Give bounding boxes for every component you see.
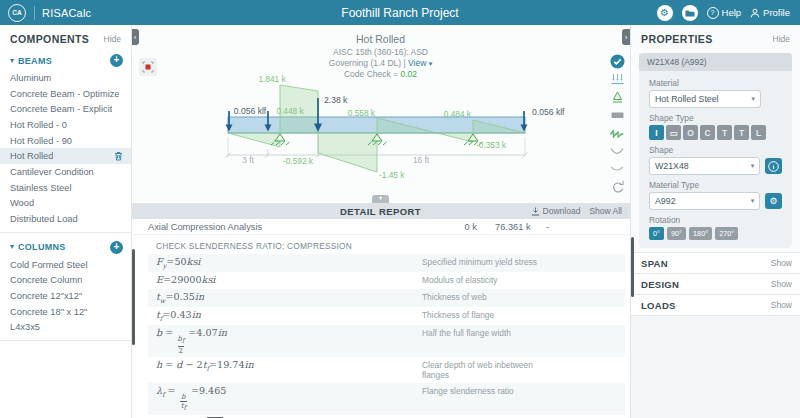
logo-divider — [34, 6, 35, 20]
point-load-label: 2.38 k — [324, 95, 348, 105]
sidebar-item-beam[interactable]: Wood — [0, 196, 131, 212]
sidebar-item-beam[interactable]: Hot Rolled — [0, 148, 131, 164]
sidebar-item-label: Concrete Beam - Optimize — [10, 89, 120, 99]
sidebar-item-beam[interactable]: Hot Rolled - 0 — [0, 117, 131, 133]
sidebar-item-column[interactable]: Concrete 12"x12" — [0, 288, 131, 304]
collapse-right-panel-tab[interactable]: › — [622, 29, 630, 45]
properties-panel-empty-area — [631, 316, 800, 418]
loads-view-button[interactable] — [607, 71, 627, 87]
sidebar-item-column[interactable]: Cold Formed Steel — [0, 257, 131, 273]
analysis-summary-row[interactable]: Axial Compression Analysis 0 k 76.361 k … — [131, 219, 630, 235]
rotation-button[interactable]: 0° — [649, 227, 664, 240]
material-type-select[interactable]: A992 ▾ — [649, 192, 760, 210]
shear-value-label: 0.448 k — [276, 106, 304, 116]
sidebar-item-beam[interactable]: Hot Rolled - 90 — [0, 133, 131, 149]
collapse-left-panel-tab[interactable]: ‹ — [131, 29, 139, 45]
sidebar-item-label: Concrete Column — [10, 275, 82, 285]
properties-scrollbar[interactable] — [631, 237, 634, 297]
rotate-view-button[interactable] — [607, 179, 627, 195]
sidebar-item-column[interactable]: Concrete Column — [0, 273, 131, 289]
profile-icon — [750, 8, 760, 18]
sidebar-item-beam[interactable]: Distributed Load — [0, 211, 131, 227]
trash-icon[interactable] — [114, 151, 123, 161]
show-link[interactable]: Show — [771, 279, 792, 289]
beams-section-header[interactable]: ▾ BEAMS + — [0, 51, 131, 70]
moment-diagram-button[interactable] — [607, 143, 627, 159]
formula-reference — [546, 256, 625, 257]
beam-view-button[interactable] — [607, 107, 627, 123]
report-collapse-button[interactable]: ▾ — [372, 195, 389, 203]
shape-type-button[interactable]: L — [751, 125, 766, 140]
beam-rect-icon — [610, 109, 625, 121]
beam-item-list: Aluminum Concrete Beam - Optimize Concre… — [0, 70, 131, 227]
supports-view-button[interactable] — [607, 89, 627, 105]
components-hide-link[interactable]: Hide — [104, 34, 121, 44]
formula-row: λr = 0.56√EFy =13.487 Limiting width to … — [148, 415, 625, 418]
material-select[interactable]: Hot Rolled Steel ▾ — [649, 90, 761, 108]
help-button[interactable]: ? Help — [707, 7, 742, 19]
columns-section-header[interactable]: ▾ COLUMNS + — [0, 238, 131, 257]
formula-reference — [546, 309, 625, 310]
formula-description: Thickness of web — [422, 291, 546, 303]
add-column-button[interactable]: + — [110, 241, 123, 254]
shape-type-button[interactable]: T — [717, 125, 732, 140]
sidebar-item-beam[interactable]: Cantilever Condition — [0, 164, 131, 180]
shape-type-button[interactable]: I — [649, 125, 664, 140]
property-section-row[interactable]: DESIGN Show — [631, 274, 800, 295]
property-section-row[interactable]: LOADS Show — [631, 295, 800, 316]
formula-row: b = bf2 =4.07in Half the full flange wid… — [148, 325, 625, 357]
sidebar-item-beam[interactable]: Stainless Steel — [0, 180, 131, 196]
show-link[interactable]: Show — [771, 258, 792, 268]
sidebar-item-label: Concrete 18" x 12" — [10, 307, 87, 317]
shape-type-button[interactable]: T — [734, 125, 749, 140]
dimension-label: 3 ft — [242, 155, 254, 165]
shear-diagram-button[interactable] — [607, 125, 627, 141]
settings-button[interactable]: ⚙ — [657, 5, 673, 21]
section-header: CHECK SLENDERNESS RATIO: COMPRESSION — [148, 237, 625, 254]
formula-row: tw=0.35in Thickness of web — [148, 289, 625, 307]
sidebar-item-beam[interactable]: Concrete Beam - Explicit — [0, 101, 131, 117]
formula-row: tf=0.43in Thickness of flange — [148, 307, 625, 325]
rotation-label: Rotation — [649, 215, 782, 225]
sidebar-item-beam[interactable]: Aluminum — [0, 70, 131, 86]
shape-type-button[interactable]: C — [700, 125, 715, 140]
chevron-down-icon: ▾ — [10, 57, 14, 65]
app-logo: CA — [8, 4, 26, 22]
shear-value-label: 0.558 k — [348, 108, 376, 118]
shape-select[interactable]: W21X48 ▾ — [649, 157, 760, 175]
rotation-button[interactable]: 270° — [715, 227, 738, 240]
sidebar-item-label: L4x3x5 — [10, 322, 40, 332]
formula-table: Fy=50ksi Specified minimum yield stress … — [148, 254, 625, 418]
check-circle-icon — [610, 54, 625, 69]
sidebar-item-label: Concrete 12"x12" — [10, 291, 82, 301]
deflection-diagram-icon — [609, 164, 625, 174]
profile-button[interactable]: Profile — [750, 7, 790, 18]
shape-info-button[interactable] — [765, 158, 782, 174]
analysis-demand: 0 k — [449, 222, 477, 232]
formula-description: Modulus of elasticity — [422, 274, 546, 286]
rotation-button[interactable]: 90° — [667, 227, 686, 240]
app-logo-text: CA — [12, 9, 21, 16]
sidebar-item-column[interactable]: Concrete 18" x 12" — [0, 304, 131, 320]
download-button[interactable]: Download — [531, 206, 581, 216]
sidebar-item-column[interactable]: L4x3x5 — [0, 320, 131, 336]
properties-hide-link[interactable]: Hide — [773, 34, 790, 44]
shape-type-button[interactable]: O — [683, 125, 698, 140]
sidebar-item-label: Hot Rolled — [10, 151, 53, 161]
sidebar-item-beam[interactable]: Concrete Beam - Optimize — [0, 86, 131, 102]
report-scrollbar[interactable] — [132, 249, 135, 345]
show-link[interactable]: Show — [771, 300, 792, 310]
shape-type-button[interactable]: ▭ — [666, 125, 681, 140]
code-check-view-button[interactable] — [607, 53, 627, 69]
rotation-button[interactable]: 180° — [689, 227, 712, 240]
show-all-button[interactable]: Show All — [589, 206, 622, 216]
projects-button[interactable] — [682, 5, 698, 21]
add-beam-button[interactable]: + — [110, 54, 123, 67]
dimension-label: 16 ft — [413, 155, 430, 165]
property-section-row[interactable]: SPAN Show — [631, 253, 800, 274]
deflection-diagram-button[interactable] — [607, 161, 627, 177]
diagram-toolbar — [607, 53, 627, 195]
components-panel: COMPONENTS Hide ▾ BEAMS + Aluminum Concr… — [0, 25, 132, 418]
material-settings-button[interactable]: ⚙ — [765, 193, 782, 209]
slenderness-check-section: CHECK SLENDERNESS RATIO: COMPRESSION Fy=… — [148, 237, 625, 418]
